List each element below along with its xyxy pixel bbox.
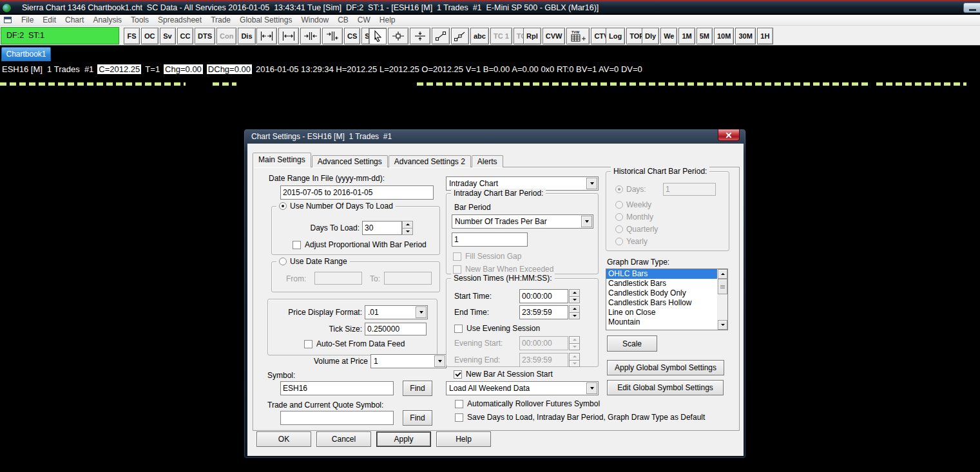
cancel-button[interactable]: Cancel [316,431,371,447]
graph-draw-type-option[interactable]: Line on Close [606,308,717,317]
help-button[interactable]: Help [436,431,491,447]
pointer-icon[interactable] [369,28,387,44]
dropdown-arrow-icon[interactable] [434,355,445,367]
dropdown-arrow-icon[interactable] [581,216,592,227]
graph-draw-type-option[interactable]: Candlestick Bars Hollow [606,298,717,308]
oc-button[interactable]: OC [141,28,159,44]
menu-global-settings[interactable]: Global Settings [235,15,296,24]
cs-button[interactable]: CS [344,28,360,44]
menu-trade[interactable]: Trade [206,15,235,24]
bar-period-dropdown[interactable]: Number Of Trades Per Bar [452,214,593,229]
spinner-up-icon[interactable] [569,289,580,297]
save-as-default-checkbox[interactable]: Save Days to Load, Intraday Bar Period, … [455,413,705,422]
period-1h-button[interactable]: 1H [757,28,773,44]
daily-period-button[interactable]: Dly [642,28,659,44]
adjust-proportional-checkbox[interactable]: Adjust Proportional With Bar Period [293,240,427,249]
scale-button[interactable]: Scale [607,335,657,352]
scrollbar-thumb[interactable] [718,279,727,294]
use-evening-session-checkbox[interactable]: Use Evening Session [454,324,540,333]
tab-advanced-settings[interactable]: Advanced Settings [312,155,388,167]
use-date-range-radio[interactable] [279,258,287,265]
start-time-spinner [569,289,580,303]
period-1m-button[interactable]: 1M [678,28,695,44]
mdi-child-icon[interactable] [4,17,12,23]
bar-period-value-field[interactable] [452,232,528,247]
period-30m-button[interactable]: 30M [735,28,755,44]
line-tool-icon[interactable] [432,28,450,44]
spinner-up-icon[interactable] [402,221,413,229]
automatically-rollover-checkbox[interactable]: Automatically Rollover Futures Symbol [455,399,600,408]
menu-file[interactable]: File [17,15,38,24]
graph-draw-type-label: Graph Draw Type: [607,258,669,267]
weekly-period-button[interactable]: We [660,28,677,44]
dropdown-arrow-icon[interactable] [586,382,597,394]
symbol-field[interactable] [280,381,394,395]
apply-global-symbol-settings-button[interactable]: Apply Global Symbol Settings [607,360,724,375]
price-display-format-dropdown[interactable]: .01 [365,305,428,319]
edit-global-symbol-settings-button[interactable]: Edit Global Symbol Settings [607,380,724,395]
menu-cw[interactable]: CW [353,15,375,24]
vertical-scale-icon[interactable] [410,28,430,44]
bar-spacing-width-icon[interactable] [278,28,299,44]
menu-tools[interactable]: Tools [126,15,153,24]
volume-at-price-dropdown[interactable]: 1 [370,354,447,368]
dropdown-arrow-icon[interactable] [416,307,427,318]
period-5m-button[interactable]: 5M [697,28,713,44]
start-time-field[interactable] [519,289,568,303]
ray-tool-icon[interactable] [451,28,469,44]
tab-alerts[interactable]: Alerts [472,155,503,167]
log-scale-button[interactable]: Log [606,28,625,44]
tab-advanced-settings-2[interactable]: Advanced Settings 2 [389,155,471,167]
date-range-field[interactable] [280,185,434,200]
end-time-field[interactable] [519,305,568,319]
menu-analysis[interactable]: Analysis [88,15,126,24]
menu-help[interactable]: Help [375,15,400,24]
tab-main-settings[interactable]: Main Settings [253,153,311,167]
graph-draw-type-option[interactable]: Mountain [606,317,717,327]
days-to-load-field[interactable] [362,221,402,235]
graph-draw-type-option[interactable]: Candlestick Bars [606,279,717,288]
menu-cb[interactable]: CB [333,15,353,24]
menu-window[interactable]: Window [296,15,333,24]
dts-button[interactable]: DTS [195,28,215,44]
spinner-down-icon[interactable] [402,229,413,236]
text-tool-button[interactable]: abc [470,28,489,44]
weekend-data-dropdown[interactable]: Load All Weekend Data [446,381,599,395]
ok-button[interactable]: OK [256,431,311,447]
cc-button[interactable]: CC [177,28,194,44]
spinner-down-icon[interactable] [569,297,580,304]
compress-bars-alt-icon[interactable] [322,28,343,44]
menu-edit[interactable]: Edit [38,15,61,24]
disconnect-button[interactable]: Dis [238,28,255,44]
graph-draw-type-option[interactable]: Candlestick Body Only [606,288,717,298]
graph-draw-type-option[interactable]: OHLC Bars [606,269,717,279]
spinner-down-icon[interactable] [569,313,580,320]
scrollbar-up-icon[interactable] [718,269,727,279]
period-10m-button[interactable]: 10M [714,28,734,44]
find-trade-symbol-button[interactable]: Find [403,410,432,426]
sv-button[interactable]: Sv [160,28,176,44]
close-icon[interactable] [718,129,740,141]
bar-spacing-increase-icon[interactable] [256,28,277,44]
scrollbar-down-icon[interactable] [718,320,727,330]
rpl-button[interactable]: Rpl [523,28,541,44]
auto-set-from-data-feed-checkbox[interactable]: Auto-Set From Data Feed [304,339,405,348]
cvw-button[interactable]: CVW [543,28,566,44]
dropdown-arrow-icon[interactable] [586,178,597,189]
minimize-button[interactable] [963,3,980,13]
apply-button[interactable]: Apply [376,431,431,447]
menu-spreadsheet[interactable]: Spreadsheet [153,15,206,24]
spinner-up-icon[interactable] [569,305,580,313]
new-bar-at-session-start-checkbox[interactable]: New Bar At Session Start [454,370,553,379]
trade-quote-symbol-field[interactable] [280,411,394,425]
listbox-scrollbar[interactable] [717,269,727,330]
tvw-grid-icon[interactable]: TVW [566,28,590,44]
tab-chartbook1[interactable]: Chartbook1 [1,47,51,61]
use-number-of-days-radio[interactable] [279,202,287,210]
compress-bars-icon[interactable] [300,28,321,44]
fs-button[interactable]: FS [124,28,140,44]
menu-chart[interactable]: Chart [61,15,88,24]
tick-size-field[interactable] [365,323,427,335]
find-symbol-button[interactable]: Find [403,381,432,396]
crosshair-icon[interactable] [388,28,408,44]
